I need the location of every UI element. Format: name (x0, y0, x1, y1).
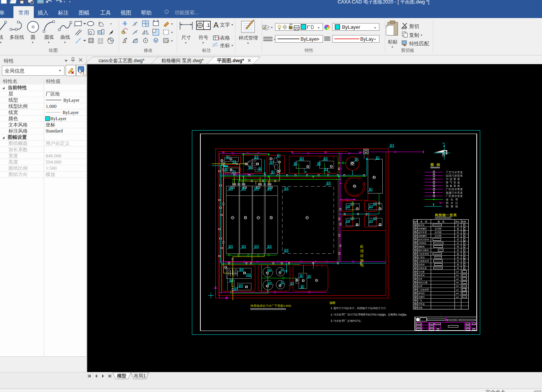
svg-text:▾: ▾ (374, 26, 376, 30)
svg-text:1: 1 (143, 373, 146, 379)
svg-text:cass: cass (99, 58, 109, 63)
svg-text:...: ... (195, 10, 199, 15)
svg-text:ByLayer: ByLayer (342, 24, 360, 30)
svg-text:1:500: 1:500 (283, 304, 291, 308)
svg-text:2020 - [: 2020 - [ (383, 0, 399, 5)
svg-text:ByLay: ByLay (360, 36, 374, 42)
svg-text:m²: m² (456, 274, 459, 276)
svg-text:▾: ▾ (231, 44, 233, 47)
svg-text:CASS: CASS (418, 242, 424, 244)
svg-text:17: 17 (355, 319, 358, 322)
svg-text:▾: ▾ (69, 0, 71, 3)
svg-text:+: + (218, 36, 220, 40)
svg-text:▾: ▾ (64, 0, 65, 3)
svg-text:1.000: 1.000 (46, 104, 56, 109)
svg-text:SS: SS (418, 281, 421, 284)
svg-text:m²: m² (456, 292, 459, 294)
svg-text:▾: ▾ (202, 41, 204, 45)
svg-text:.: . (361, 319, 362, 322)
svg-text:▾: ▾ (0, 41, 2, 44)
svg-text:.1: .1 (206, 22, 210, 28)
svg-text:0.7m[3]/s.: 0.7m[3]/s. (396, 313, 407, 316)
svg-text:CAXA CAD: CAXA CAD (338, 0, 362, 5)
svg-text:▾: ▾ (318, 38, 319, 41)
svg-text:▾: ▾ (421, 33, 422, 37)
svg-text:▾: ▾ (171, 22, 173, 26)
svg-text:▾: ▾ (32, 41, 33, 44)
svg-text:1:500: 1:500 (46, 165, 56, 171)
svg-text:.dwg*: .dwg* (231, 58, 244, 63)
svg-text:▾: ▾ (392, 45, 393, 49)
svg-text:Standard: Standard (46, 128, 63, 134)
svg-text:▾: ▾ (318, 26, 319, 30)
svg-text:N: N (443, 142, 445, 145)
svg-text:ByLayer: ByLayer (63, 110, 79, 115)
svg-text:0.7m[3]/s.: 0.7m[3]/s. (375, 313, 387, 316)
svg-text:▾: ▾ (185, 41, 187, 45)
svg-text:m²: m² (456, 285, 459, 287)
svg-text:.dwg*: .dwg* (192, 58, 203, 63)
svg-text:▾: ▾ (64, 41, 66, 44)
svg-text:ByLayer: ByLayer (63, 98, 79, 103)
svg-text:2.: 2. (331, 313, 333, 316)
svg-text:▾: ▾ (271, 26, 273, 29)
svg-text:▾: ▾ (231, 23, 233, 26)
svg-text:▾: ▾ (48, 41, 50, 44)
svg-text:1.: 1. (331, 307, 333, 309)
svg-text:594.000: 594.000 (46, 159, 61, 165)
svg-text:ByLayer: ByLayer (50, 116, 66, 121)
svg-text:#32: #32 (534, 390, 541, 392)
svg-text:▾: ▾ (247, 41, 249, 45)
svg-text:m²: m² (456, 281, 459, 284)
svg-text:840.000: 840.000 (46, 153, 61, 159)
svg-text:.: . (386, 307, 387, 309)
svg-text:3.: 3. (331, 319, 333, 322)
svg-text:m²: m² (456, 289, 459, 291)
svg-text:m²: m² (456, 271, 459, 273)
svg-text:m²: m² (456, 296, 459, 298)
svg-text:▾: ▾ (171, 39, 173, 43)
svg-text:A: A (213, 21, 219, 29)
svg-text:m²: m² (456, 278, 459, 280)
svg-text:A: A (108, 37, 110, 41)
svg-text:▾: ▾ (171, 31, 173, 34)
svg-text:5: 5 (368, 313, 370, 316)
svg-text:.dwg*: .dwg* (132, 58, 144, 63)
svg-text:ByLayer: ByLayer (301, 36, 318, 42)
svg-text:▾: ▾ (374, 38, 376, 41)
svg-text:.dwg *]: .dwg *] (415, 0, 429, 5)
